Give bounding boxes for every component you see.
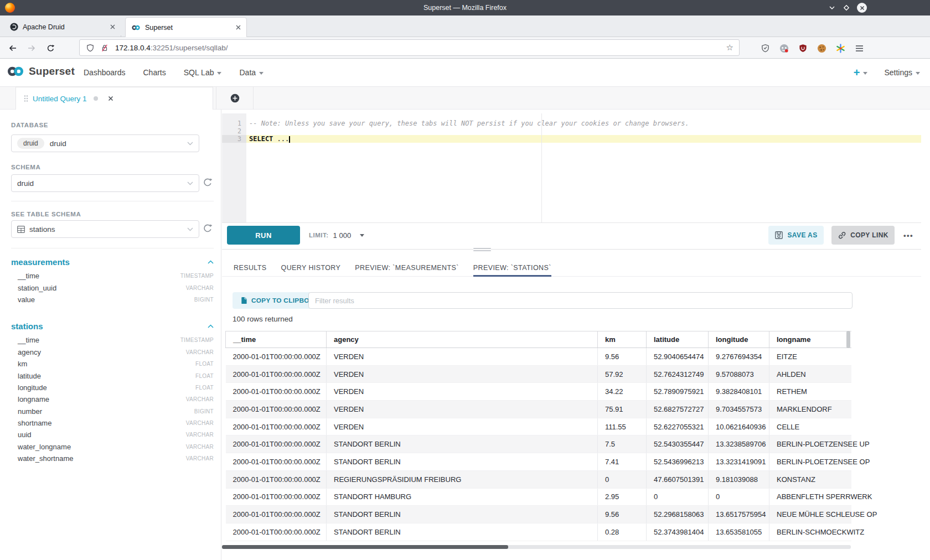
results-tab[interactable]: RESULTS bbox=[234, 249, 267, 277]
table-header-cell[interactable]: agency bbox=[327, 331, 598, 348]
tab-close-icon[interactable] bbox=[236, 25, 241, 30]
results-tab[interactable]: PREVIEW: `MEASUREMENTS` bbox=[355, 249, 458, 277]
cell-latitude: 52.7624312749 bbox=[647, 365, 709, 383]
add-query-tab-button[interactable] bbox=[216, 87, 254, 110]
refresh-schema-icon[interactable] bbox=[203, 178, 214, 189]
horizontal-scrollbar-thumb[interactable] bbox=[222, 545, 508, 549]
table-row[interactable]: 2000-01-01T00:00:00.000Z STANDORT BERLIN… bbox=[226, 435, 851, 453]
superset-logo[interactable]: Superset bbox=[7, 65, 75, 77]
nav-item-dashboards[interactable]: Dashboards bbox=[84, 68, 126, 77]
save-as-button[interactable]: SAVE AS bbox=[768, 226, 824, 245]
column-row[interactable]: value BIGINT bbox=[11, 294, 214, 305]
cell-time: 2000-01-01T00:00:00.000Z bbox=[226, 435, 327, 453]
nav-item-charts[interactable]: Charts bbox=[143, 68, 166, 77]
browser-tab-apache-druid[interactable]: Apache Druid bbox=[4, 17, 121, 37]
results-tab[interactable]: QUERY HISTORY bbox=[281, 249, 341, 277]
column-row[interactable]: agency VARCHAR bbox=[11, 346, 214, 358]
limit-dropdown[interactable]: LIMIT: 1 000 bbox=[309, 226, 364, 245]
table-header-cell[interactable]: km bbox=[598, 331, 647, 348]
nav-item-sql-lab[interactable]: SQL Lab bbox=[184, 68, 222, 77]
query-tab-strip: Untitled Query 1 bbox=[0, 87, 930, 110]
table-select[interactable]: stations bbox=[11, 220, 199, 238]
column-row[interactable]: km FLOAT bbox=[11, 358, 214, 370]
url-text[interactable]: 172.18.0.4:32251/superset/sqllab/ bbox=[115, 44, 228, 52]
url-bar[interactable]: 172.18.0.4:32251/superset/sqllab/ ☆ bbox=[79, 39, 740, 56]
column-row[interactable]: water_longname VARCHAR bbox=[11, 441, 214, 453]
chevron-up-icon[interactable] bbox=[208, 324, 214, 328]
query-tab-active[interactable]: Untitled Query 1 bbox=[16, 87, 213, 110]
menu-hamburger-icon[interactable] bbox=[854, 43, 865, 54]
more-options-icon[interactable]: ••• bbox=[899, 226, 918, 245]
url-host: 172.18.0.4 bbox=[115, 44, 151, 52]
refresh-table-icon[interactable] bbox=[203, 224, 214, 235]
column-row[interactable]: latitude FLOAT bbox=[11, 370, 214, 381]
code-area[interactable]: -- Note: Unless you save your query, the… bbox=[246, 120, 921, 143]
table-section-measurements[interactable]: measurements bbox=[11, 257, 70, 267]
cell-km: 111.55 bbox=[598, 418, 647, 435]
window-close-icon[interactable] bbox=[857, 3, 867, 13]
table-header-cell[interactable]: longitude bbox=[709, 331, 769, 348]
table-row[interactable]: 2000-01-01T00:00:00.000Z STANDORT BERLIN… bbox=[226, 453, 851, 471]
column-row[interactable]: __time TIMESTAMP bbox=[11, 334, 214, 346]
browser-tab-superset[interactable]: Superset bbox=[125, 17, 247, 37]
sql-editor[interactable]: 123 -- Note: Unless you save your query,… bbox=[222, 113, 921, 222]
add-new-button[interactable]: + bbox=[854, 66, 868, 79]
cell-latitude: 52.6227055321 bbox=[647, 418, 709, 435]
table-row[interactable]: 2000-01-01T00:00:00.000Z STANDORT HAMBUR… bbox=[226, 488, 851, 506]
bookmark-star-icon[interactable]: ☆ bbox=[726, 43, 733, 53]
cell-longname: AHLDEN bbox=[769, 365, 851, 383]
cookie-extension-icon[interactable] bbox=[816, 43, 827, 54]
horizontal-scrollbar-track[interactable] bbox=[222, 545, 851, 549]
database-select[interactable]: druid druid bbox=[11, 134, 199, 152]
ublock-extension-icon[interactable] bbox=[797, 43, 808, 54]
column-row[interactable]: uuid VARCHAR bbox=[11, 429, 214, 440]
column-type: TIMESTAMP bbox=[180, 337, 214, 343]
table-section-stations[interactable]: stations bbox=[11, 322, 43, 331]
table-row[interactable]: 2000-01-01T00:00:00.000Z STANDORT BERLIN… bbox=[226, 523, 851, 541]
window-maximize-icon[interactable] bbox=[841, 3, 851, 13]
column-row[interactable]: water_shortname VARCHAR bbox=[11, 453, 214, 464]
column-row[interactable]: longname VARCHAR bbox=[11, 393, 214, 405]
table-row[interactable]: 2000-01-01T00:00:00.000Z VERDEN 75.91 52… bbox=[226, 401, 851, 418]
privacy-extension-icon[interactable] bbox=[760, 43, 771, 54]
vertical-scrollbar[interactable] bbox=[846, 331, 850, 348]
cell-longitude: 9.2767694354 bbox=[709, 348, 769, 366]
back-icon[interactable] bbox=[8, 43, 18, 53]
table-header-cell[interactable]: latitude bbox=[647, 331, 709, 348]
reload-icon[interactable] bbox=[45, 43, 55, 53]
table-row[interactable]: 2000-01-01T00:00:00.000Z STANDORT BERLIN… bbox=[226, 506, 851, 523]
chevron-up-icon[interactable] bbox=[208, 260, 214, 264]
table-row[interactable]: 2000-01-01T00:00:00.000Z VERDEN 57.92 52… bbox=[226, 365, 851, 383]
results-tab[interactable]: PREVIEW: `STATIONS` bbox=[473, 249, 551, 277]
column-row[interactable]: __time TIMESTAMP bbox=[11, 270, 214, 282]
cell-longitude: 13.6517575954 bbox=[709, 506, 769, 523]
drag-handle-icon[interactable] bbox=[24, 95, 28, 102]
mask-extension-icon[interactable] bbox=[778, 43, 789, 54]
forward-icon[interactable] bbox=[27, 43, 37, 53]
column-row[interactable]: longitude FLOAT bbox=[11, 382, 214, 393]
lock-insecure-icon[interactable] bbox=[101, 44, 108, 52]
table-row[interactable]: 2000-01-01T00:00:00.000Z REGIERUNGSPRÄSI… bbox=[226, 470, 851, 488]
shield-icon[interactable] bbox=[86, 44, 94, 52]
table-row[interactable]: 2000-01-01T00:00:00.000Z VERDEN 111.55 5… bbox=[226, 418, 851, 435]
table-row[interactable]: 2000-01-01T00:00:00.000Z VERDEN 34.22 52… bbox=[226, 383, 851, 401]
column-name: water_shortname bbox=[11, 454, 73, 463]
schema-select[interactable]: druid bbox=[11, 174, 199, 192]
filter-results-input[interactable] bbox=[308, 292, 852, 309]
snowflake-extension-icon[interactable] bbox=[835, 43, 846, 54]
column-type: VARCHAR bbox=[186, 349, 214, 355]
column-row[interactable]: station_uuid VARCHAR bbox=[11, 282, 214, 293]
copy-link-button[interactable]: COPY LINK bbox=[831, 226, 895, 245]
cell-longitude: 0 bbox=[709, 488, 769, 506]
run-button[interactable]: RUN bbox=[227, 226, 300, 245]
query-tab-close-icon[interactable] bbox=[108, 96, 113, 101]
nav-item-data[interactable]: Data bbox=[239, 68, 264, 77]
table-header-cell[interactable]: longname bbox=[769, 331, 851, 348]
table-header-cell[interactable]: __time bbox=[226, 331, 327, 348]
table-row[interactable]: 2000-01-01T00:00:00.000Z VERDEN 9.56 52.… bbox=[226, 348, 851, 366]
settings-menu[interactable]: Settings bbox=[884, 68, 920, 77]
window-minimize-icon[interactable] bbox=[827, 3, 837, 13]
column-row[interactable]: number BIGINT bbox=[11, 406, 214, 417]
column-row[interactable]: shortname VARCHAR bbox=[11, 417, 214, 429]
tab-close-icon[interactable] bbox=[110, 24, 115, 29]
